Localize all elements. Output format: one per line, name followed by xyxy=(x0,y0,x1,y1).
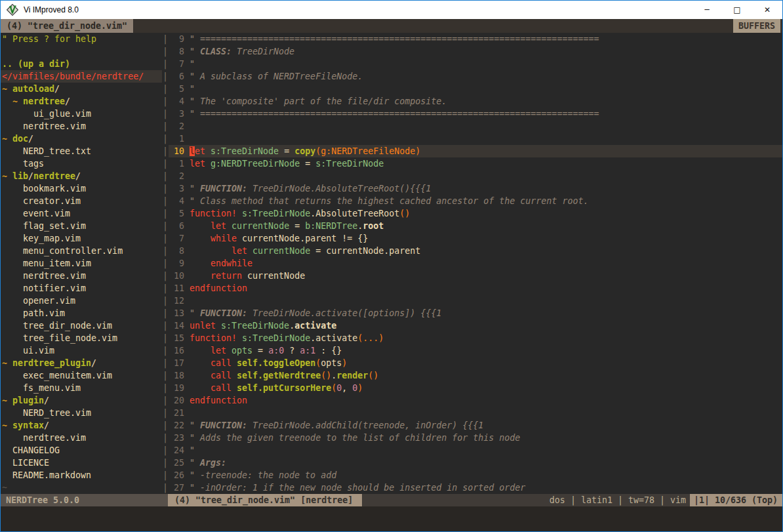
code-line[interactable]: 25" Args: xyxy=(169,457,782,469)
nerdtree-item[interactable]: .. (up a dir) xyxy=(2,58,162,70)
code-line[interactable]: 4" Class method that returns the highest… xyxy=(169,195,782,207)
text-segment: NERD_tree.vim xyxy=(23,408,91,418)
code-line[interactable]: 5function! s:TreeDirNode.AbsoluteTreeRoo… xyxy=(169,207,782,220)
nerdtree-item[interactable]: ~ syntax/ xyxy=(2,419,162,432)
nerdtree-item[interactable]: tree_dir_node.vim xyxy=(2,319,162,332)
code-line[interactable]: 11endfunction xyxy=(169,282,782,295)
nerdtree-item[interactable]: path.vim xyxy=(2,307,162,319)
nerdtree-item[interactable]: LICENCE xyxy=(2,457,162,469)
nerdtree-item[interactable]: ui_glue.vim xyxy=(2,108,162,120)
line-number: 15 xyxy=(169,332,184,344)
nerdtree-item[interactable]: ~ xyxy=(2,481,162,494)
nerdtree-item[interactable]: ~ plugin/ xyxy=(2,394,162,407)
code-line[interactable]: 7" xyxy=(169,58,782,70)
nerdtree-item[interactable]: creator.vim xyxy=(2,195,162,207)
nerdtree-item[interactable]: menu_item.vim xyxy=(2,257,162,270)
code-line[interactable]: 14unlet s:TreeDirNode.activate xyxy=(169,319,782,332)
line-number: 4 xyxy=(169,95,184,108)
code-line[interactable]: 3" =====================================… xyxy=(169,108,782,120)
code-line[interactable]: 5" xyxy=(169,83,782,95)
nerdtree-item[interactable]: opener.vim xyxy=(2,295,162,307)
code-line[interactable]: 22" FUNCTION: TreeDirNode.addChild(treen… xyxy=(169,419,782,432)
text-segment: tree_file_node.vim xyxy=(23,333,117,343)
nerdtree-item[interactable]: ~ nerdtree/ xyxy=(2,95,162,108)
nerdtree-item[interactable]: tree_file_node.vim xyxy=(2,332,162,344)
code-line[interactable]: 4" The 'composite' part of the file/dir … xyxy=(169,95,782,108)
nerdtree-item[interactable]: </vimfiles/bundle/nerdtree/ xyxy=(1,70,162,83)
nerdtree-item[interactable]: nerdtree.vim xyxy=(2,120,162,133)
text-segment: .. (up a dir) xyxy=(2,59,70,69)
code-line[interactable]: 12 xyxy=(169,295,782,307)
code-line[interactable]: 8" CLASS: TreeDirNode xyxy=(169,45,782,58)
text-segment: let xyxy=(190,159,205,169)
text-segment xyxy=(190,234,211,243)
line-number: 4 xyxy=(169,195,184,207)
code-line[interactable]: 6 let currentNode = b:NERDTree.root xyxy=(169,220,782,232)
text-segment: / xyxy=(75,171,81,181)
nerdtree-item[interactable]: ~ doc/ xyxy=(2,133,162,145)
nerdtree-item[interactable]: ~ autoload/ xyxy=(2,83,162,95)
close-button[interactable]: ✕ xyxy=(752,1,782,19)
text-segment xyxy=(2,234,23,243)
nerdtree-item[interactable]: menu_controller.vim xyxy=(2,245,162,257)
nerdtree-item[interactable]: notifier.vim xyxy=(2,282,162,295)
nerdtree-item[interactable]: bookmark.vim xyxy=(2,182,162,195)
code-line[interactable]: 23" Adds the given treenode to the list … xyxy=(169,432,782,444)
code-line[interactable]: 24" xyxy=(169,444,782,457)
nerdtree-item[interactable]: exec_menuitem.vim xyxy=(2,369,162,382)
nerdtree-item[interactable]: NERD_tree.vim xyxy=(2,407,162,419)
code-line[interactable]: 9 endwhile xyxy=(169,257,782,270)
nerdtree-item[interactable]: tags xyxy=(2,157,162,170)
code-line[interactable]: 20endfunction xyxy=(169,394,782,407)
text-segment: " xyxy=(190,458,200,468)
buffers-tab[interactable]: BUFFERS xyxy=(733,19,780,33)
code-line[interactable]: 1let g:NERDTreeDirNode = s:TreeDirNode xyxy=(169,157,782,170)
nerdtree-item[interactable]: ~ lib/nerdtree/ xyxy=(2,170,162,182)
minimize-button[interactable]: ─ xyxy=(692,1,722,19)
code-line[interactable]: 27" -inOrder: 1 if the new node should b… xyxy=(169,481,782,494)
code-line[interactable]: 21 xyxy=(169,407,782,419)
code-line[interactable]: 9" =====================================… xyxy=(169,33,782,45)
text-segment: ~ xyxy=(2,358,12,368)
text-segment: TreeDirNode.addChild(treenode, inOrder) … xyxy=(247,420,483,430)
window-separator[interactable]: | | | | | | | | | | | | | | | | | | | | … xyxy=(162,33,169,494)
text-segment: ~ xyxy=(2,84,12,94)
nerdtree-item[interactable]: fs_menu.vim xyxy=(2,382,162,394)
nerdtree-item[interactable]: README.markdown xyxy=(2,469,162,481)
code-line[interactable]: 10let s:TreeDirNode = copy(g:NERDTreeFil… xyxy=(169,145,782,157)
code-line[interactable]: 8 let currentNode = currentNode.parent xyxy=(169,245,782,257)
code-line[interactable]: 18 call self.getNerdtree().render() xyxy=(169,369,782,382)
text-segment: FUNCTION: xyxy=(200,308,247,318)
tab-tree-dir-node[interactable]: (4) "tree_dir_node.vim" xyxy=(1,19,133,33)
nerdtree-item[interactable]: " Press ? for help xyxy=(2,33,162,45)
code-line[interactable]: 7 while currentNode.parent != {} xyxy=(169,232,782,245)
nerdtree-item[interactable]: ~ nerdtree_plugin/ xyxy=(2,357,162,369)
text-segment: s:TreeDirNode xyxy=(221,321,289,331)
command-line[interactable] xyxy=(1,506,782,531)
text-segment xyxy=(231,371,237,380)
code-line[interactable]: 19 call self.putCursorHere(0, 0) xyxy=(169,382,782,394)
nerdtree-item[interactable]: key_map.vim xyxy=(2,232,162,245)
nerdtree-item[interactable]: ui.vim xyxy=(2,344,162,357)
code-line[interactable]: 3" FUNCTION: TreeDirNode.AbsoluteTreeRoo… xyxy=(169,182,782,195)
line-number: 11 xyxy=(169,282,184,295)
nerdtree-item[interactable]: nerdtree.vim xyxy=(2,270,162,282)
code-line[interactable]: 10 return currentNode xyxy=(169,270,782,282)
nerdtree-item[interactable]: event.vim xyxy=(2,207,162,220)
code-line[interactable]: 17 call self.toggleOpen(opts) xyxy=(169,357,782,369)
code-line[interactable]: 2 xyxy=(169,120,782,133)
code-line[interactable]: 2 xyxy=(169,170,782,182)
code-line[interactable]: 1 xyxy=(169,133,782,145)
code-line[interactable]: 15function! s:TreeDirNode.activate(...) xyxy=(169,332,782,344)
code-line[interactable]: 26" -treenode: the node to add xyxy=(169,469,782,481)
nerdtree-item[interactable]: flag_set.vim xyxy=(2,220,162,232)
nerdtree-item[interactable]: CHANGELOG xyxy=(2,444,162,457)
nerdtree-item[interactable]: NERD_tree.txt xyxy=(2,145,162,157)
code-line[interactable]: 16 let opts = a:0 ? a:1 : {} xyxy=(169,344,782,357)
nerdtree-item[interactable] xyxy=(2,45,162,58)
text-segment: / xyxy=(28,171,33,181)
code-line[interactable]: 6" A subclass of NERDTreeFileNode. xyxy=(169,70,782,83)
nerdtree-item[interactable]: nerdtree.vim xyxy=(2,432,162,444)
code-line[interactable]: 13" FUNCTION: TreeDirNode.activate([opti… xyxy=(169,307,782,319)
maximize-button[interactable]: □ xyxy=(722,1,752,19)
